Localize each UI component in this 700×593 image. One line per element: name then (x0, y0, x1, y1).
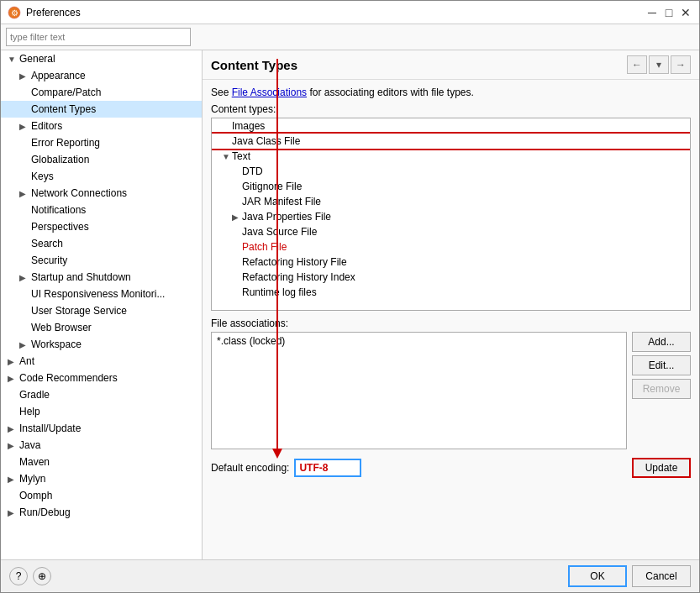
sidebar-item-error-reporting[interactable]: Error Reporting (1, 134, 202, 151)
sidebar-label-content-types: Content Types (31, 103, 96, 115)
panel-content: See File Associations for associating ed… (203, 80, 699, 559)
nav-dropdown-button[interactable]: ▾ (649, 55, 669, 74)
encoding-input[interactable] (294, 459, 361, 477)
back-button[interactable]: ← (627, 55, 647, 74)
cancel-button[interactable]: Cancel (632, 565, 691, 587)
sidebar-label-notifications: Notifications (31, 204, 86, 216)
sidebar-label-appearance: Appearance (31, 70, 86, 81)
main-area: ▼ General ▶ Appearance Compare/Patch Con… (1, 50, 699, 559)
maximize-button[interactable]: □ (662, 6, 676, 19)
preferences-window: ⚙ Preferences ─ □ ✕ ▼ General (0, 0, 700, 593)
sidebar-label-run-debug: Run/Debug (19, 506, 71, 518)
help-button[interactable]: ? (9, 567, 28, 585)
update-button[interactable]: Update (632, 458, 691, 478)
ct-item-java-properties[interactable]: ▶ Java Properties File (212, 209, 690, 224)
sidebar-item-search[interactable]: Search (1, 235, 202, 252)
file-assoc-list[interactable]: *.class (locked) (211, 332, 627, 449)
sidebar-item-network-connections[interactable]: ▶ Network Connections (1, 185, 202, 202)
minimize-button[interactable]: ─ (645, 6, 659, 19)
sidebar-item-run-debug[interactable]: ▶ Run/Debug (1, 504, 202, 521)
ct-item-text[interactable]: ▼ Text (212, 149, 690, 164)
sidebar-label-workspace: Workspace (31, 338, 82, 350)
expand-arrow-appearance: ▶ (19, 71, 31, 81)
sidebar-label-maven: Maven (19, 456, 50, 468)
expand-arrow-startup: ▶ (19, 273, 31, 282)
sidebar-item-oomph[interactable]: Oomph (1, 487, 202, 504)
sidebar-item-security[interactable]: Security (1, 252, 202, 269)
filter-input[interactable] (6, 28, 191, 46)
sidebar-item-general[interactable]: ▼ General (1, 50, 202, 67)
expand-arrow-install: ▶ (8, 424, 19, 433)
sidebar-item-globalization[interactable]: Globalization (1, 151, 202, 168)
sidebar-label-ant: Ant (19, 355, 34, 367)
sidebar-item-ant[interactable]: ▶ Ant (1, 353, 202, 370)
window-title: Preferences (26, 7, 81, 18)
sidebar-item-mylyn[interactable]: ▶ Mylyn (1, 470, 202, 487)
sidebar-item-editors[interactable]: ▶ Editors (1, 118, 202, 134)
right-buttons: Add... Edit... Remove (632, 332, 691, 449)
ct-label-refactoring-index: Refactoring History Index (242, 271, 355, 283)
expand-arrow-mylyn: ▶ (8, 475, 19, 484)
forward-button[interactable]: → (671, 55, 691, 74)
title-bar-controls: ─ □ ✕ (645, 6, 692, 19)
sidebar-label-network-connections: Network Connections (31, 187, 127, 199)
ct-arrow-java-properties: ▶ (232, 213, 242, 222)
sidebar-item-content-types[interactable]: Content Types (1, 101, 202, 118)
ct-label-runtime-log: Runtime log files (242, 286, 317, 298)
sidebar-item-gradle[interactable]: Gradle (1, 386, 202, 403)
expand-arrow-ant: ▶ (8, 357, 19, 366)
sidebar-item-java[interactable]: ▶ Java (1, 437, 202, 454)
sidebar-item-perspectives[interactable]: Perspectives (1, 218, 202, 235)
ct-item-java-source[interactable]: Java Source File (212, 224, 690, 239)
content-types-label: Content types: (211, 103, 691, 115)
description-text: See File Associations for associating ed… (211, 87, 691, 98)
ct-item-jar-manifest[interactable]: JAR Manifest File (212, 194, 690, 209)
sidebar-item-install-update[interactable]: ▶ Install/Update (1, 420, 202, 437)
sidebar-label-oomph: Oomph (19, 490, 52, 501)
sidebar-label-code-recommenders: Code Recommenders (19, 372, 118, 384)
ct-item-runtime-log[interactable]: Runtime log files (212, 285, 690, 300)
ct-arrow-text: ▼ (222, 152, 232, 161)
file-assoc-label: File associations: (211, 317, 691, 329)
sidebar-label-user-storage: User Storage Service (31, 305, 127, 317)
help-settings-button[interactable]: ⊕ (33, 567, 51, 585)
right-panel: Content Types ← ▾ → See File Association… (203, 50, 699, 559)
sidebar-item-user-storage[interactable]: User Storage Service (1, 302, 202, 319)
sidebar-item-ui-responsiveness[interactable]: UI Responsiveness Monitori... (1, 286, 202, 302)
ct-item-refactoring-index[interactable]: Refactoring History Index (212, 270, 690, 285)
description-suffix: for associating editors with file types. (307, 87, 474, 98)
ct-item-images[interactable]: Images (212, 118, 690, 134)
window-body: ▼ General ▶ Appearance Compare/Patch Con… (1, 24, 699, 592)
ct-item-patch-file[interactable]: Patch File (212, 239, 690, 255)
ct-label-dtd: DTD (242, 165, 263, 177)
edit-button[interactable]: Edit... (632, 355, 691, 375)
ct-item-refactoring-history[interactable]: Refactoring History File (212, 255, 690, 270)
ct-item-dtd[interactable]: DTD (212, 164, 690, 179)
file-associations-link[interactable]: File Associations (232, 87, 307, 98)
sidebar-item-code-recommenders[interactable]: ▶ Code Recommenders (1, 370, 202, 386)
filter-bar (1, 24, 699, 50)
ok-button[interactable]: OK (568, 565, 627, 587)
ct-item-java-class[interactable]: Java Class File (212, 134, 690, 149)
close-button[interactable]: ✕ (679, 6, 692, 19)
sidebar-item-notifications[interactable]: Notifications (1, 202, 202, 218)
sidebar-item-web-browser[interactable]: Web Browser (1, 319, 202, 336)
sidebar-item-keys[interactable]: Keys (1, 168, 202, 185)
sidebar-item-startup-shutdown[interactable]: ▶ Startup and Shutdown (1, 269, 202, 286)
sidebar-label-globalization: Globalization (31, 154, 89, 165)
ct-item-gitignore[interactable]: Gitignore File (212, 179, 690, 194)
sidebar-item-compare-patch[interactable]: Compare/Patch (1, 84, 202, 101)
sidebar-item-workspace[interactable]: ▶ Workspace (1, 336, 202, 353)
sidebar-label-startup-shutdown: Startup and Shutdown (31, 271, 131, 283)
sidebar-label-perspectives: Perspectives (31, 221, 89, 233)
sidebar-item-maven[interactable]: Maven (1, 454, 202, 470)
expand-arrow-network: ▶ (19, 189, 31, 198)
title-bar: ⚙ Preferences ─ □ ✕ (1, 1, 699, 24)
sidebar-label-mylyn: Mylyn (19, 473, 45, 485)
sidebar-item-appearance[interactable]: ▶ Appearance (1, 67, 202, 84)
content-types-list[interactable]: Images Java Class File ▼ Text (211, 118, 691, 311)
remove-button[interactable]: Remove (632, 379, 691, 399)
add-button[interactable]: Add... (632, 332, 691, 352)
sidebar-item-help[interactable]: Help (1, 403, 202, 420)
encoding-label: Default encoding: (211, 462, 289, 474)
